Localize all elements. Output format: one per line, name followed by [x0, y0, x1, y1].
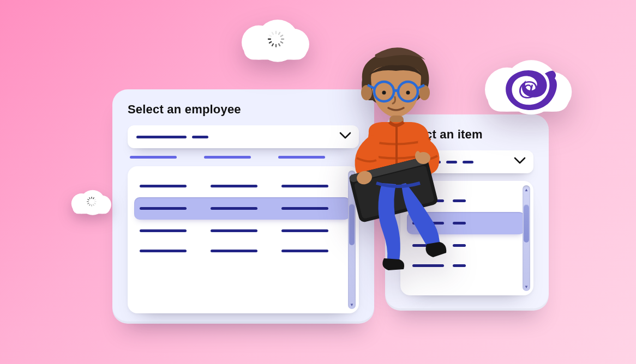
svg-rect-0: [275, 31, 277, 34]
scrollbar[interactable]: ▲ ▼: [523, 185, 530, 291]
svg-rect-6: [275, 44, 277, 47]
scrollbar-up-icon[interactable]: ▲: [524, 186, 529, 193]
table-row[interactable]: [137, 241, 347, 261]
employee-list-header: [128, 156, 359, 166]
select-employee-title: Select an employee: [128, 102, 359, 117]
svg-rect-16: [94, 203, 96, 204]
svg-rect-12: [91, 197, 92, 199]
svg-rect-11: [271, 32, 274, 35]
svg-rect-15: [94, 201, 97, 202]
svg-rect-8: [268, 41, 272, 44]
svg-point-39: [415, 151, 421, 161]
cloud-blazor: @: [485, 66, 573, 112]
table-row[interactable]: [137, 221, 347, 241]
svg-text:@: @: [518, 77, 538, 100]
svg-rect-5: [278, 43, 280, 47]
chevron-down-icon: [514, 157, 526, 167]
dropdown-skeleton: [136, 136, 187, 138]
svg-rect-7: [271, 43, 274, 47]
svg-rect-14: [94, 199, 96, 201]
scrollbar-down-icon[interactable]: ▼: [349, 301, 355, 308]
svg-rect-18: [91, 204, 92, 207]
svg-rect-4: [280, 41, 284, 44]
svg-rect-9: [268, 39, 271, 40]
svg-point-31: [406, 91, 410, 95]
cloud-loading-left: [71, 193, 112, 214]
table-row[interactable]: [137, 176, 347, 196]
svg-rect-13: [93, 197, 94, 199]
illustration-person-with-tablet: [329, 41, 471, 281]
dropdown-skeleton: [192, 136, 208, 138]
employee-dropdown[interactable]: [128, 125, 359, 148]
scrollbar-thumb[interactable]: [524, 204, 529, 242]
table-row-selected[interactable]: [134, 197, 350, 220]
svg-rect-17: [93, 204, 94, 206]
svg-rect-21: [87, 201, 89, 202]
svg-point-30: [382, 91, 386, 95]
svg-rect-19: [89, 204, 91, 206]
svg-rect-23: [89, 197, 91, 199]
svg-rect-1: [278, 32, 280, 35]
employee-list: ▲ ▼: [128, 166, 359, 313]
svg-rect-22: [87, 199, 89, 201]
loading-spinner-icon: [266, 29, 286, 49]
svg-rect-10: [268, 34, 272, 37]
loading-spinner-icon: [86, 196, 97, 207]
svg-rect-2: [280, 34, 284, 37]
svg-rect-20: [87, 203, 89, 204]
blazor-logo-icon: @: [500, 67, 559, 111]
svg-rect-3: [281, 39, 284, 40]
cloud-loading-top: [242, 24, 310, 59]
scrollbar-down-icon[interactable]: ▼: [524, 283, 529, 290]
